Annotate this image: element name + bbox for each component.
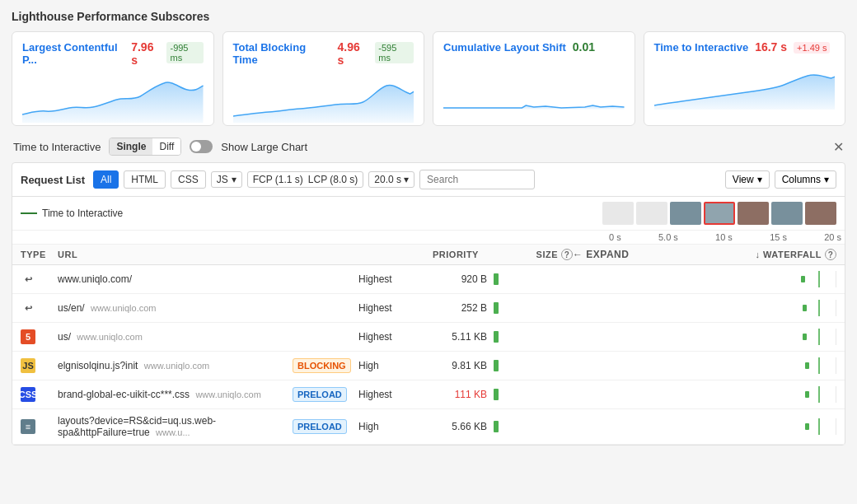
url-main: elgnisolqinu.js?init xyxy=(58,360,138,371)
tti-line-icon xyxy=(21,212,37,214)
tti-line xyxy=(818,386,820,403)
waterfall-bg xyxy=(597,357,836,374)
row-type: 5 xyxy=(21,329,58,344)
single-button[interactable]: Single xyxy=(110,138,152,155)
waterfall-help-icon[interactable]: ? xyxy=(825,249,836,260)
filter-css-button[interactable]: CSS xyxy=(171,170,206,189)
tti-line xyxy=(818,418,820,435)
type-icon-css: CSS xyxy=(21,387,35,402)
columns-label: Columns xyxy=(782,174,821,185)
url-main: us/en/ xyxy=(58,302,85,314)
row-priority: Highest xyxy=(358,273,433,285)
row-url: layouts?device=RS&cid=uq.us.web-spa&http… xyxy=(58,415,293,438)
diff-button[interactable]: Diff xyxy=(152,138,180,155)
row-url: www.uniqlo.com/ xyxy=(58,273,293,285)
metric-card-cls: Cumulative Layout Shift 0.01 xyxy=(433,31,635,126)
metric-value-tti: 16.7 s xyxy=(755,40,787,54)
row-size: 920 B xyxy=(433,273,499,285)
metrics-row: Largest Contentful P... 7.96 s -995 ms T… xyxy=(12,31,845,126)
waterfall-bar xyxy=(803,334,807,340)
columns-button[interactable]: Columns ▾ xyxy=(775,170,836,189)
metric-value-tbt: 4.96 s xyxy=(337,40,368,67)
time-3: 15 s xyxy=(770,232,787,242)
view-button[interactable]: View ▾ xyxy=(725,170,770,189)
col-url-header: URL xyxy=(58,250,367,259)
mini-chart-lcp xyxy=(22,73,204,123)
tti-line xyxy=(818,271,820,287)
table-row: ↩ www.uniqlo.com/ Highest 920 B xyxy=(12,265,845,294)
row-waterfall xyxy=(597,329,836,345)
metric-delta-tti: +1.49 s xyxy=(794,42,830,54)
size-bar xyxy=(494,331,499,343)
tti-line xyxy=(818,329,820,345)
type-icon-redirect: ↩ xyxy=(21,272,35,287)
metric-delta-tbt: -595 ms xyxy=(375,42,414,63)
waterfall-label: ↓ WATERFALL xyxy=(756,250,822,259)
table-row: ≡ layouts?device=RS&cid=uq.us.web-spa&ht… xyxy=(12,409,845,445)
time-0: 0 s xyxy=(609,232,621,242)
waterfall-bg xyxy=(597,329,836,345)
filter-all-button[interactable]: All xyxy=(93,170,119,189)
single-diff-toggle[interactable]: Single Diff xyxy=(109,138,181,156)
type-icon-redirect: ↩ xyxy=(21,301,35,315)
size-bar xyxy=(494,273,499,285)
waterfall-bg xyxy=(597,418,836,435)
waterfall-bar xyxy=(801,276,805,282)
tti-legend: Time to Interactive xyxy=(21,208,123,219)
left-spacer xyxy=(12,231,606,244)
row-priority: Highest xyxy=(358,389,433,400)
thumbnail-0 xyxy=(602,202,634,225)
metric-card-lcp: Largest Contentful P... 7.96 s -995 ms xyxy=(12,31,214,126)
time-2: 10 s xyxy=(715,232,733,242)
tti-legend-label: Time to Interactive xyxy=(42,208,123,219)
row-url: elgnisolqinu.js?init www.uniqlo.com xyxy=(58,360,293,371)
col-size-header: SIZE ? xyxy=(507,249,573,260)
row-priority: Highest xyxy=(358,302,433,314)
thumbnail-4 xyxy=(738,202,769,225)
row-waterfall xyxy=(597,271,836,287)
size-value: 9.81 KB xyxy=(452,360,487,371)
chart-toggle[interactable] xyxy=(190,140,213,153)
table-header: TYPE URL PRIORITY SIZE ? ← EXPAND ↓ WATE… xyxy=(12,245,845,265)
time-axis-row: 0 s 5.0 s 10 s 15 s 20 s xyxy=(12,231,845,245)
size-bar xyxy=(494,360,499,371)
size-bar xyxy=(494,421,499,432)
size-bar xyxy=(494,389,499,400)
time-dropdown[interactable]: 20.0 s ▾ xyxy=(368,171,414,188)
mini-chart-tti xyxy=(654,60,836,110)
preload-badge: PRELOAD xyxy=(293,387,347,402)
waterfall-bar xyxy=(805,391,809,398)
view-chevron-icon: ▾ xyxy=(757,174,762,185)
filter-html-button[interactable]: HTML xyxy=(124,170,166,189)
url-main: brand-global-ec-uikit-cc***.css xyxy=(58,389,190,400)
preload-badge: PRELOAD xyxy=(293,419,347,434)
waterfall-bar xyxy=(805,362,809,369)
thumbnail-6 xyxy=(805,202,836,225)
filter-js-dropdown[interactable]: JS ▾ xyxy=(211,171,242,188)
request-list-label: Request List xyxy=(21,174,85,186)
table-row: CSS brand-global-ec-uikit-cc***.css www.… xyxy=(12,380,845,409)
expand-button[interactable]: ← EXPAND xyxy=(573,249,672,260)
filter-js-chevron: ▾ xyxy=(232,174,236,185)
request-toolbar: Request List All HTML CSS JS ▾ FCP (1.1 … xyxy=(12,163,845,197)
view-label: View xyxy=(733,174,754,185)
metric-name-cls: Cumulative Layout Shift xyxy=(443,41,566,54)
search-input[interactable] xyxy=(419,170,535,189)
page-title: Lighthouse Performance Subscores xyxy=(12,10,845,23)
type-icon-html: 5 xyxy=(21,329,35,344)
col-expand-header: ← EXPAND xyxy=(573,249,672,260)
close-button[interactable]: ✕ xyxy=(833,139,844,155)
time-axis: 0 s 5.0 s 10 s 15 s 20 s xyxy=(606,231,845,244)
col-waterfall-header: ↓ WATERFALL ? xyxy=(672,249,836,260)
metric-card-tti: Time to Interactive 16.7 s +1.49 s xyxy=(644,31,846,126)
row-size: 9.81 KB xyxy=(433,360,499,371)
chart-controls-row: Time to Interactive Single Diff Show Lar… xyxy=(12,138,845,156)
page-container: Lighthouse Performance Subscores Largest… xyxy=(0,0,857,455)
row-size: 5.11 KB xyxy=(433,331,499,343)
row-url: us/ www.uniqlo.com xyxy=(58,331,293,343)
size-value: 111 KB xyxy=(455,389,487,400)
type-icon-doc: ≡ xyxy=(21,419,35,434)
size-help-icon[interactable]: ? xyxy=(561,249,573,260)
metric-value-lcp: 7.96 s xyxy=(131,40,160,67)
blocking-badge: BLOCKING xyxy=(293,358,351,373)
